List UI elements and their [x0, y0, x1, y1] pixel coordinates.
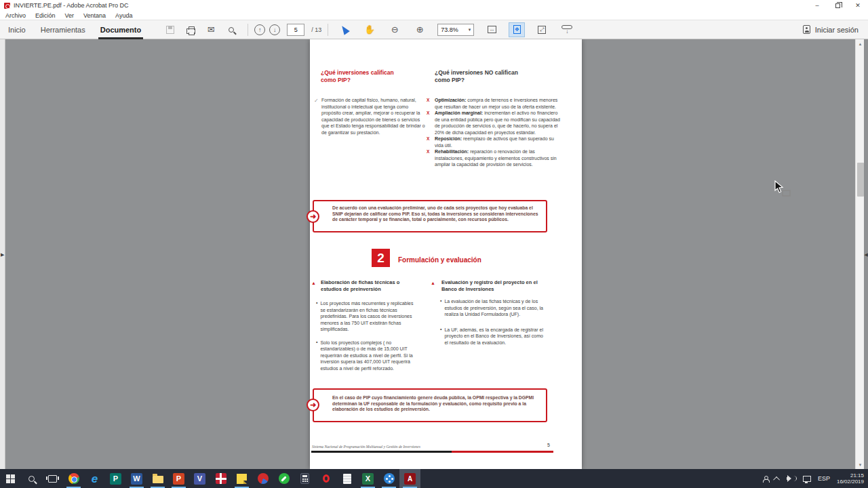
bullet-icon: • [316, 300, 317, 333]
scrolling-mode-icon: ↓ [561, 25, 572, 34]
publisher-taskbar-button[interactable]: P [105, 469, 126, 488]
app-swirl-icon [258, 473, 269, 484]
close-button[interactable]: ✕ [848, 0, 868, 11]
zoom-out-button[interactable]: ⊖ [387, 22, 403, 37]
scroll-up-icon[interactable]: ▲ [856, 39, 865, 48]
previous-page-button[interactable]: ↑ [254, 24, 265, 35]
print-button[interactable] [182, 22, 199, 37]
zoom-level-dropdown[interactable]: 73.8% ▾ [437, 24, 474, 36]
search-icon [229, 27, 234, 33]
fit-width-icon: ↔ [488, 26, 496, 33]
whatsapp-taskbar-button[interactable] [273, 469, 294, 488]
blue-app-taskbar-button[interactable] [378, 469, 399, 488]
toolbar-separator [328, 24, 328, 36]
section-title: Formulación y evaluación [398, 256, 481, 264]
page-number-input[interactable]: 5 [287, 24, 304, 36]
notepad-taskbar-button[interactable] [336, 469, 357, 488]
callout-text: En el caso de PIP cuyo financiamiento ge… [332, 395, 540, 413]
list-item: • Los proyectos más recurrentes y replic… [316, 300, 419, 333]
scrollbar-thumb[interactable] [857, 163, 864, 197]
acrobat-taskbar-button[interactable]: A [399, 469, 420, 488]
search-icon [28, 476, 35, 482]
column-heading-left: ¿Qué inversiones califican como PIP? [321, 69, 409, 84]
tray-expand-icon[interactable] [773, 476, 780, 483]
menu-archivo[interactable]: Archivo [5, 12, 26, 19]
menu-ventana[interactable]: Ventana [83, 12, 106, 19]
callout-box-deuda: ➜ En el caso de PIP cuyo financiamiento … [313, 388, 547, 422]
menu-ver[interactable]: Ver [65, 12, 75, 19]
gift-app-taskbar-button[interactable] [210, 469, 231, 488]
fullscreen-button[interactable]: ⤢ [534, 22, 550, 37]
tab-herramientas[interactable]: Herramientas [41, 20, 85, 39]
open-right-pane-icon[interactable]: ◀ [865, 252, 868, 258]
sign-in-label: Iniciar sesión [815, 26, 859, 34]
toolbar: Inicio Herramientas Documento ✉ ↑ ↓ 5 / … [0, 20, 868, 39]
sign-in-area[interactable]: Iniciar sesión [803, 25, 859, 34]
file-explorer-taskbar-button[interactable] [147, 469, 168, 488]
pdf-page: ¿Qué inversiones califican como PIP? ¿Qu… [310, 39, 582, 469]
fullscreen-icon: ⤢ [538, 26, 546, 34]
taskbar-clock[interactable]: 21:15 16/02/2019 [837, 472, 864, 485]
right-block-heading: Evaluación y registro del proyecto en el… [441, 279, 545, 292]
window-title: INVIERTE.PE.pdf - Adobe Acrobat Pro DC [14, 2, 128, 9]
navigation-pane-strip[interactable]: ▶ [0, 39, 5, 469]
word-taskbar-button[interactable]: W [126, 469, 147, 488]
fit-page-icon: ❖ [513, 25, 521, 34]
chevron-down-icon: ▾ [469, 27, 471, 33]
tab-documento[interactable]: Documento [100, 20, 142, 39]
footer-rule [311, 451, 553, 453]
menu-edicion[interactable]: Edición [35, 12, 56, 19]
notepad-icon [343, 474, 351, 484]
acrobat-app-icon [4, 3, 10, 9]
email-button[interactable]: ✉ [203, 22, 219, 37]
x-icon: X [427, 110, 433, 136]
excel-taskbar-button[interactable]: X [357, 469, 378, 488]
fit-page-button[interactable]: ❖ [509, 22, 525, 37]
sticky-notes-icon [237, 474, 247, 484]
opera-taskbar-button[interactable] [315, 469, 336, 488]
section-number-badge: 2 [372, 249, 390, 267]
restore-button[interactable] [827, 0, 848, 11]
triangle-icon: ▲ [311, 281, 316, 285]
edge-taskbar-button[interactable]: e [84, 469, 105, 488]
tab-inicio[interactable]: Inicio [8, 20, 26, 39]
windows-logo-icon [6, 474, 15, 483]
visio-taskbar-button[interactable]: V [189, 469, 210, 488]
select-tool-button[interactable] [336, 22, 353, 37]
people-icon[interactable] [763, 476, 768, 481]
fit-width-button[interactable]: ↔ [484, 22, 500, 37]
excel-icon: X [362, 473, 374, 485]
language-indicator[interactable]: ESP [818, 475, 830, 482]
mouse-cursor [774, 180, 791, 197]
scroll-down-icon[interactable]: ▼ [856, 460, 865, 469]
calculator-taskbar-button[interactable] [294, 469, 315, 488]
zoom-level-value: 73.8% [441, 26, 458, 33]
red-blue-app-taskbar-button[interactable] [252, 469, 273, 488]
x-icon: X [427, 136, 433, 148]
x-icon: X [427, 148, 433, 168]
open-left-pane-icon[interactable]: ▶ [1, 252, 4, 258]
scrolling-mode-button[interactable]: ↓ [559, 22, 575, 37]
hand-tool-button[interactable]: ✋ [361, 22, 378, 37]
save-button[interactable] [162, 22, 178, 37]
volume-icon[interactable] [787, 475, 796, 482]
pointer-icon [339, 24, 350, 35]
powerpoint-taskbar-button[interactable]: P [168, 469, 189, 488]
arrow-circle-icon: ➜ [307, 210, 319, 223]
list-item: X Optimización: compra de terrenos e inv… [427, 97, 561, 110]
search-button[interactable] [223, 22, 239, 37]
list-item: • La evaluación de las fichas técnicas y… [440, 298, 543, 318]
start-button[interactable] [0, 469, 21, 488]
network-icon[interactable] [803, 476, 811, 482]
zoom-in-button[interactable]: ⊕ [412, 22, 428, 37]
menu-ayuda[interactable]: Ayuda [115, 12, 132, 19]
taskbar-search-button[interactable] [21, 469, 42, 488]
minimize-button[interactable]: – [807, 0, 827, 11]
vertical-scrollbar[interactable]: ▲ ▼ [855, 39, 864, 469]
chrome-taskbar-button[interactable] [63, 469, 84, 488]
calculator-icon [300, 473, 309, 484]
task-view-button[interactable] [42, 469, 63, 488]
menu-bar: Archivo Edición Ver Ventana Ayuda [0, 11, 868, 20]
next-page-button[interactable]: ↓ [269, 24, 280, 35]
sticky-notes-taskbar-button[interactable] [231, 469, 252, 488]
